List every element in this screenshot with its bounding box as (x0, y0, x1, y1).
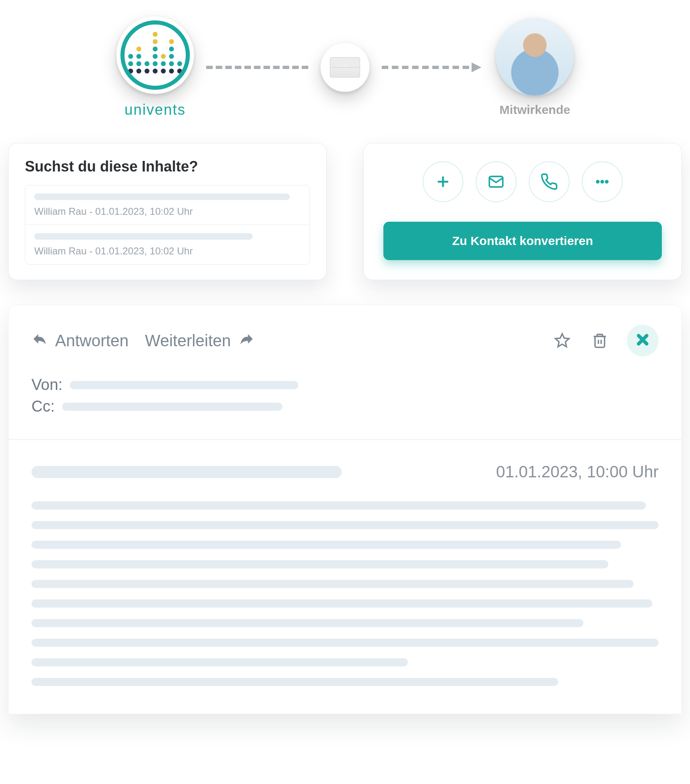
search-result-item[interactable]: William Rau - 01.01.2023, 10:02 Uhr (25, 185, 309, 225)
email-body: 01.01.2023, 10:00 Uhr (9, 440, 681, 714)
result-meta: William Rau - 01.01.2023, 10:02 Uhr (34, 206, 300, 217)
from-row: Von: (31, 376, 659, 394)
reply-icon (31, 331, 48, 351)
flow-caption-source: univents (125, 101, 186, 118)
body-line-placeholder (31, 541, 621, 549)
phone-button[interactable] (529, 161, 570, 202)
search-result-item[interactable]: William Rau - 01.01.2023, 10:02 Uhr (25, 225, 309, 264)
delete-button[interactable] (589, 330, 610, 351)
body-line-placeholder (31, 560, 608, 568)
email-button[interactable] (476, 161, 516, 202)
from-label: Von: (31, 376, 62, 394)
contact-actions-card: Zu Kontakt konvertieren (363, 143, 682, 280)
add-button[interactable] (423, 161, 463, 202)
forward-icon (238, 331, 255, 351)
email-body-lines (31, 501, 659, 686)
body-line-placeholder (31, 658, 408, 666)
from-value-placeholder (70, 381, 298, 389)
body-line-placeholder (31, 521, 659, 529)
result-title-placeholder (34, 194, 290, 200)
equalizer-icon (128, 37, 182, 74)
body-line-placeholder (31, 678, 558, 686)
action-icons-row (383, 161, 662, 202)
cc-row: Cc: (31, 398, 659, 415)
envelope-icon (330, 57, 360, 78)
svg-point-3 (605, 180, 608, 183)
search-card-title: Suchst du diese Inhalte? (25, 158, 310, 175)
cc-value-placeholder (62, 403, 283, 411)
flow-node-mail (321, 43, 369, 92)
body-line-placeholder (31, 599, 652, 608)
person-photo-icon (496, 18, 574, 96)
flow-caption-target: Mitwirkende (499, 103, 570, 117)
reply-button[interactable]: Antworten (31, 331, 129, 351)
email-date: 01.01.2023, 10:00 Uhr (496, 463, 659, 481)
forward-label: Weiterleiten (145, 332, 231, 350)
forward-button[interactable]: Weiterleiten (145, 331, 254, 351)
svg-point-1 (596, 180, 599, 183)
subject-placeholder (31, 466, 342, 478)
email-panel: Antworten Weiterleiten Von: Cc: (8, 305, 682, 714)
flow-node-target: Mitwirkende (496, 18, 574, 117)
email-meta: Von: Cc: (9, 368, 681, 439)
flow-arrow-right (382, 66, 484, 69)
result-title-placeholder (34, 233, 253, 240)
svg-point-2 (601, 180, 603, 183)
body-line-placeholder (31, 580, 634, 588)
close-button[interactable] (627, 325, 659, 356)
email-toolbar: Antworten Weiterleiten (9, 305, 681, 368)
convert-to-contact-button[interactable]: Zu Kontakt konvertieren (383, 222, 662, 260)
flow-node-source: univents (116, 16, 194, 118)
flow-diagram: univents Mitwirkende (8, 16, 682, 118)
univents-logo-circle (116, 16, 194, 94)
body-line-placeholder (31, 639, 659, 647)
more-button[interactable] (582, 161, 623, 202)
result-meta: William Rau - 01.01.2023, 10:02 Uhr (34, 245, 300, 257)
flow-arrow-left (206, 66, 308, 69)
arrowhead-icon (469, 60, 484, 75)
search-suggestions-card: Suchst du diese Inhalte? William Rau - 0… (8, 143, 327, 280)
cc-label: Cc: (31, 398, 55, 415)
body-line-placeholder (31, 619, 583, 627)
star-button[interactable] (552, 330, 573, 351)
close-icon (634, 332, 651, 350)
reply-label: Antworten (55, 332, 129, 350)
body-line-placeholder (31, 501, 646, 510)
contributor-avatar (496, 18, 574, 96)
search-result-list: William Rau - 01.01.2023, 10:02 Uhr Will… (25, 185, 310, 265)
